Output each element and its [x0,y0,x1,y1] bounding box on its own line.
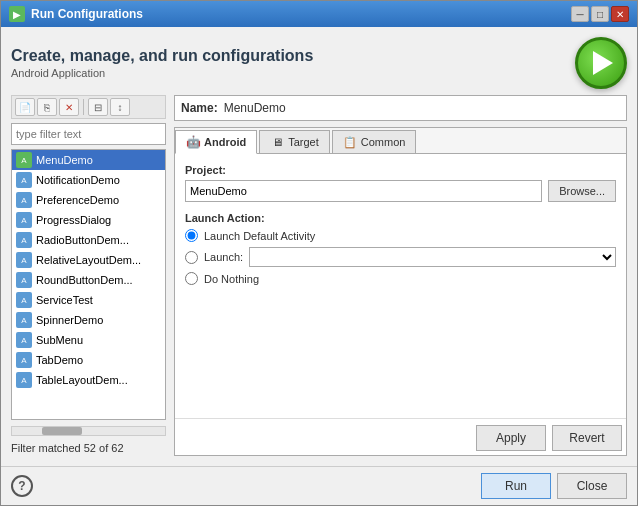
tree-item-label: SubMenu [36,334,83,346]
do-nothing-radio-row: Do Nothing [185,272,616,285]
tree-item-icon: A [16,212,32,228]
run-icon [575,37,627,89]
tab-android-label: Android [204,136,246,148]
apply-button[interactable]: Apply [476,425,546,451]
tab-android[interactable]: 🤖 Android [175,130,257,154]
tree-item-icon: A [16,292,32,308]
target-tab-icon: 🖥 [270,135,284,149]
launch-default-radio-row: Launch Default Activity [185,229,616,242]
tree-item[interactable]: A ServiceTest [12,290,165,310]
filter-status: Filter matched 52 of 62 [11,440,166,456]
tree-item-label: TabDemo [36,354,83,366]
run-configurations-window: ▶ Run Configurations ─ □ ✕ Create, manag… [0,0,638,506]
tab-target[interactable]: 🖥 Target [259,130,330,153]
tab-common[interactable]: 📋 Common [332,130,417,153]
tree-item-label: ProgressDialog [36,214,111,226]
help-button[interactable]: ? [11,475,33,497]
collapse-button[interactable]: ⊟ [88,98,108,116]
project-label: Project: [185,164,616,176]
new-config-button[interactable]: 📄 [15,98,35,116]
tabs-area: 🤖 Android 🖥 Target 📋 Common [174,127,627,456]
tree-item[interactable]: A PreferenceDemo [12,190,165,210]
header-subtitle: Android Application [11,67,313,79]
tree-item-label: PreferenceDemo [36,194,119,206]
close-button[interactable]: ✕ [611,6,629,22]
browse-button[interactable]: Browse... [548,180,616,202]
header-title: Create, manage, and run configurations [11,47,313,65]
footer: ? Run Close [1,466,637,505]
title-bar: ▶ Run Configurations ─ □ ✕ [1,1,637,27]
tree-item-icon: A [16,332,32,348]
launch-radio-row: Launch: [185,247,616,267]
tree-item[interactable]: A MenuDemo [12,150,165,170]
delete-config-button[interactable]: ✕ [59,98,79,116]
action-row: Apply Revert [175,418,626,455]
tree-item-label: RadioButtonDem... [36,234,129,246]
tree-item[interactable]: A NotificationDemo [12,170,165,190]
tab-bar: 🤖 Android 🖥 Target 📋 Common [175,128,626,154]
window-icon: ▶ [9,6,25,22]
tab-target-label: Target [288,136,319,148]
tree-item-icon: A [16,252,32,268]
project-group: Project: Browse... [185,164,616,202]
tab-common-label: Common [361,136,406,148]
tree-item-icon: A [16,152,32,168]
name-label: Name: [181,101,218,115]
close-footer-button[interactable]: Close [557,473,627,499]
minimize-button[interactable]: ─ [571,6,589,22]
launch-select[interactable] [249,247,616,267]
tree-item[interactable]: A SpinnerDemo [12,310,165,330]
tree-item-icon: A [16,312,32,328]
do-nothing-label[interactable]: Do Nothing [204,273,259,285]
tree-item-icon: A [16,172,32,188]
main-body: 📄 ⎘ ✕ ⊟ ↕ A MenuDemo A [11,95,627,456]
run-button[interactable]: Run [481,473,551,499]
revert-button[interactable]: Revert [552,425,622,451]
title-bar-left: ▶ Run Configurations [9,6,143,22]
header-text: Create, manage, and run configurations A… [11,47,313,79]
content-area: Create, manage, and run configurations A… [1,27,637,466]
tree-item-label: MenuDemo [36,154,93,166]
tree-item-label: SpinnerDemo [36,314,103,326]
name-value: MenuDemo [224,101,620,115]
tree-item[interactable]: A ProgressDialog [12,210,165,230]
right-panel: Name: MenuDemo 🤖 Android 🖥 Target [174,95,627,456]
tree-item-icon: A [16,192,32,208]
tree-item[interactable]: A TableLayoutDem... [12,370,165,390]
left-panel: 📄 ⎘ ✕ ⊟ ↕ A MenuDemo A [11,95,166,456]
config-tree[interactable]: A MenuDemo A NotificationDemo A Preferen… [11,149,166,420]
launch-action-label: Launch Action: [185,212,616,224]
launch-specific-label[interactable]: Launch: [204,251,243,263]
footer-buttons: Run Close [481,473,627,499]
do-nothing-radio[interactable] [185,272,198,285]
launch-default-radio[interactable] [185,229,198,242]
filter-input[interactable] [11,123,166,145]
launch-default-label[interactable]: Launch Default Activity [204,230,315,242]
tree-item-icon: A [16,232,32,248]
tree-scrollbar[interactable] [11,426,166,436]
window-title: Run Configurations [31,7,143,21]
tree-item[interactable]: A TabDemo [12,350,165,370]
tree-item[interactable]: A RelativeLayoutDem... [12,250,165,270]
tree-item-label: NotificationDemo [36,174,120,186]
tree-item[interactable]: A RadioButtonDem... [12,230,165,250]
tab-content-android: Project: Browse... Launch Action: L [175,154,626,418]
tree-item[interactable]: A SubMenu [12,330,165,350]
tree-item[interactable]: A RoundButtonDem... [12,270,165,290]
launch-action-group: Launch Action: Launch Default Activity L… [185,212,616,285]
header-section: Create, manage, and run configurations A… [11,37,627,89]
copy-config-button[interactable]: ⎘ [37,98,57,116]
sort-button[interactable]: ↕ [110,98,130,116]
launch-specific-radio[interactable] [185,251,198,264]
tree-item-label: ServiceTest [36,294,93,306]
tree-item-label: RelativeLayoutDem... [36,254,141,266]
maximize-button[interactable]: □ [591,6,609,22]
common-tab-icon: 📋 [343,135,357,149]
toolbar-separator [83,99,84,115]
tree-item-label: RoundButtonDem... [36,274,133,286]
tree-item-icon: A [16,372,32,388]
tree-item-icon: A [16,272,32,288]
android-tab-icon: 🤖 [186,135,200,149]
title-bar-controls: ─ □ ✕ [571,6,629,22]
project-input[interactable] [185,180,542,202]
